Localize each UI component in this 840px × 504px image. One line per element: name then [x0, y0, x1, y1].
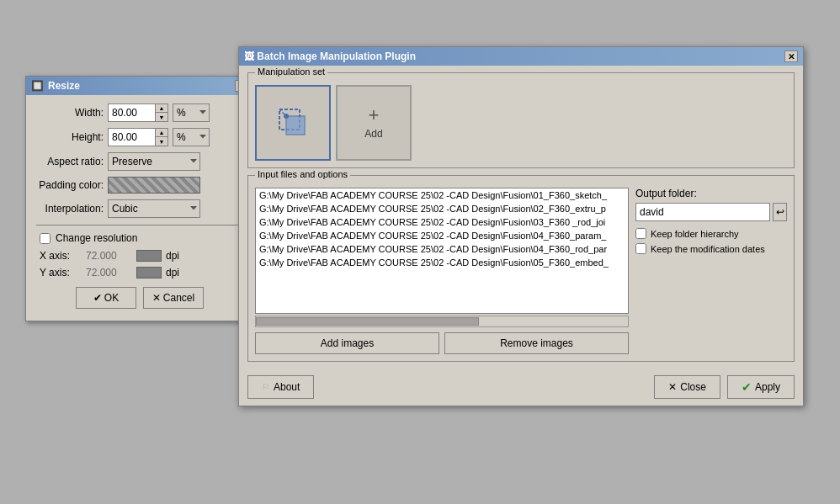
cancel-label: Cancel: [163, 292, 194, 304]
output-folder-label: Output folder:: [635, 188, 787, 199]
about-button[interactable]: ⚐ About: [247, 375, 314, 399]
close-x-icon: ✕: [668, 381, 677, 393]
interpolation-select[interactable]: Cubic Linear None: [108, 199, 200, 218]
height-unit-select[interactable]: % px cm mm: [173, 128, 210, 146]
svg-rect-1: [286, 116, 305, 135]
height-spinbox: 80.00 ▲ ▼: [108, 128, 168, 146]
resize-dialog: 🔲 Resize ✕ Width: 80.00 ▲ ▼ % px cm mm H…: [25, 76, 254, 321]
y-dpi-label: dpi: [166, 267, 179, 279]
add-manipulation-item[interactable]: + Add: [336, 85, 412, 161]
keep-folder-hierarchy-label: Keep folder hierarchy: [651, 229, 739, 239]
cancel-x-icon: ✕: [152, 292, 161, 304]
apply-label: Apply: [755, 381, 780, 393]
output-folder-input[interactable]: david: [635, 203, 770, 221]
folder-arrow-icon: ↩: [776, 206, 784, 218]
height-up-arrow[interactable]: ▲: [156, 129, 167, 137]
input-files-section: Input files and options G:\My Drive\FAB …: [247, 175, 795, 362]
file-item[interactable]: G:\My Drive\FAB ACADEMY COURSE 25\02 -CA…: [256, 202, 628, 215]
batch-icon: 🖼: [244, 50, 254, 62]
padding-color-swatch[interactable]: [108, 177, 200, 194]
height-down-arrow[interactable]: ▼: [156, 137, 167, 146]
add-images-button[interactable]: Add images: [255, 332, 439, 354]
height-label: Height:: [36, 131, 104, 143]
batch-title: Batch Image Manipulation Plugin: [257, 50, 416, 62]
cancel-button[interactable]: ✕ Cancel: [143, 287, 204, 309]
width-label: Width:: [36, 107, 104, 119]
aspect-ratio-select[interactable]: Preserve Stretch Crop: [108, 152, 200, 171]
batch-titlebar: 🖼 Batch Image Manipulation Plugin ✕: [239, 47, 803, 66]
resize-title: Resize: [48, 80, 80, 92]
keep-folder-hierarchy-checkbox[interactable]: [635, 228, 646, 239]
files-list[interactable]: G:\My Drive\FAB ACADEMY COURSE 25\02 -CA…: [255, 188, 629, 314]
file-item[interactable]: G:\My Drive\FAB ACADEMY COURSE 25\02 -CA…: [256, 242, 628, 256]
remove-images-button[interactable]: Remove images: [444, 332, 629, 354]
x-axis-value: 72.000: [86, 250, 132, 262]
file-item[interactable]: G:\My Drive\FAB ACADEMY COURSE 25\02 -CA…: [256, 229, 628, 242]
y-axis-value: 72.000: [86, 267, 132, 279]
resize-manipulation-icon: [274, 104, 311, 141]
width-up-arrow[interactable]: ▲: [156, 104, 167, 113]
change-resolution-label: Change resolution: [56, 232, 137, 244]
manipulation-set-section: Manipulation set + Add: [247, 72, 795, 168]
about-flag-icon: ⚐: [262, 382, 270, 393]
folder-browse-button[interactable]: ↩: [773, 203, 787, 221]
height-input[interactable]: 80.00: [109, 130, 155, 145]
aspect-ratio-label: Aspect ratio:: [36, 156, 104, 167]
files-scrollbar[interactable]: [255, 316, 629, 327]
keep-modification-dates-checkbox[interactable]: [635, 243, 646, 254]
width-spinbox: 80.00 ▲ ▼: [108, 103, 168, 122]
close-button[interactable]: ✕ Close: [654, 375, 720, 399]
file-item[interactable]: G:\My Drive\FAB ACADEMY COURSE 25\02 -CA…: [256, 188, 628, 202]
add-label: Add: [364, 128, 382, 140]
about-label: About: [274, 381, 300, 393]
padding-color-label: Padding color:: [36, 179, 104, 191]
manipulation-set-label: Manipulation set: [255, 66, 327, 77]
scrollbar-thumb: [256, 317, 479, 326]
y-dpi-toggle[interactable]: [136, 267, 162, 279]
width-unit-select[interactable]: % px cm mm: [173, 103, 210, 122]
x-dpi-toggle[interactable]: [136, 250, 162, 262]
ok-checkmark-icon: ✔: [93, 292, 102, 304]
input-files-label: Input files and options: [255, 169, 350, 179]
close-label: Close: [680, 381, 706, 393]
file-item[interactable]: G:\My Drive\FAB ACADEMY COURSE 25\02 -CA…: [256, 215, 628, 229]
apply-button[interactable]: ✔ Apply: [727, 375, 795, 399]
resize-manipulation-item[interactable]: [255, 85, 331, 161]
batch-close-button[interactable]: ✕: [784, 50, 798, 62]
y-axis-label: Y axis:: [40, 267, 82, 279]
apply-check-icon: ✔: [742, 380, 752, 394]
keep-modification-dates-label: Keep the modification dates: [651, 244, 765, 254]
ok-button[interactable]: ✔ OK: [76, 287, 136, 309]
add-plus-icon: +: [369, 106, 380, 125]
resize-titlebar: 🔲 Resize ✕: [26, 77, 253, 95]
remove-images-label: Remove images: [500, 337, 573, 349]
interpolation-label: Interpolation:: [36, 203, 104, 215]
add-images-label: Add images: [321, 337, 374, 349]
width-input[interactable]: 80.00: [109, 105, 155, 120]
svg-point-3: [284, 114, 289, 119]
ok-label: OK: [104, 292, 119, 304]
change-resolution-checkbox[interactable]: [40, 233, 51, 244]
file-item[interactable]: G:\My Drive\FAB ACADEMY COURSE 25\02 -CA…: [256, 256, 628, 269]
x-dpi-label: dpi: [166, 250, 179, 262]
resize-icon: 🔲: [31, 80, 44, 92]
batch-dialog: 🖼 Batch Image Manipulation Plugin ✕ Mani…: [238, 46, 804, 406]
batch-footer: ⚐ About ✕ Close ✔ Apply: [239, 369, 803, 406]
x-axis-label: X axis:: [40, 250, 82, 262]
width-down-arrow[interactable]: ▼: [156, 113, 167, 121]
